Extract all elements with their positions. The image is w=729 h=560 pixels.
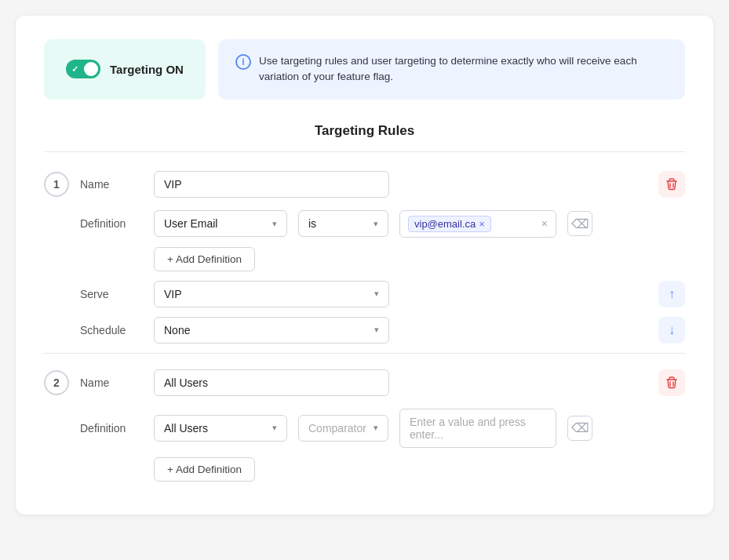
rule-1-move-up-button[interactable]: ↑ [658,281,685,307]
top-section: ✓ Targeting ON i Use targeting rules and… [44,39,685,100]
up-arrow-icon: ↑ [669,287,675,301]
rule-1-schedule-label: Schedule [80,324,143,336]
rule-2-delete-button[interactable] [658,369,685,396]
rule-2-placeholder-text: Enter a value and press enter... [410,416,526,441]
rule-1-comparator-value: is [308,217,316,230]
rule-1-serve-row: Serve VIP ▾ ↑ [44,281,685,307]
toggle-box: ✓ Targeting ON [44,39,206,100]
info-text: Use targeting rules and user targeting t… [259,53,668,85]
toggle-check-icon: ✓ [71,64,78,75]
delete-icon [665,178,678,191]
rule-1-schedule-select[interactable]: None ▾ [154,317,389,344]
rule-2-value-input[interactable]: Enter a value and press enter... [399,409,556,448]
rule-1-comp-chevron-icon: ▾ [374,219,378,229]
rule-1-number: 1 [44,172,69,197]
backspace-icon-2: ⌫ [571,420,589,435]
rule-1-name-input[interactable] [154,171,389,198]
rule-1-add-def-row: + Add Definition [44,247,685,271]
rule-2-number: 2 [44,370,69,395]
rule-1-tag-remove-button[interactable]: × [479,219,485,229]
rule-2-name-row: 2 Name [44,369,685,396]
rule-2-add-def-row: + Add Definition [44,457,685,482]
info-box: i Use targeting rules and user targeting… [218,39,685,100]
rule-1-serve-value: VIP [164,288,182,300]
rule-1-tag-input[interactable]: vip@email.ca × × [399,210,556,238]
rule-block-2: 2 Name Definition All Users ▾ Comparator… [44,353,685,482]
rule-2-definition-row: Definition All Users ▾ Comparator ▾ Ente… [44,409,685,448]
rule-1-def-chevron-icon: ▾ [272,219,277,229]
rule-2-def-chevron-icon: ▾ [272,423,277,433]
rule-1-comparator-select[interactable]: is ▾ [298,210,388,237]
rule-1-name-label: Name [80,178,143,191]
rule-1-add-definition-button[interactable]: + Add Definition [154,247,255,271]
rule-2-definition-select[interactable]: All Users ▾ [154,415,287,442]
rule-2-def-label: Definition [80,422,143,435]
rule-1-definition-value: User Email [164,217,217,230]
rule-2-comp-chevron-icon: ▾ [374,423,378,433]
rule-2-comparator-select[interactable]: Comparator ▾ [298,415,388,442]
rule-1-tag-value: vip@email.ca [414,218,476,230]
rule-1-move-down-button[interactable]: ↓ [658,317,685,344]
info-icon: i [235,54,251,70]
main-card: ✓ Targeting ON i Use targeting rules and… [16,16,713,515]
rule-1-schedule-row: Schedule None ▾ ↓ [44,317,685,344]
rule-1-name-row: 1 Name [44,171,685,198]
backspace-icon: ⌫ [571,216,589,231]
down-arrow-icon: ↓ [669,323,675,337]
rule-2-add-definition-button[interactable]: + Add Definition [154,457,255,482]
rule-2-right-actions [658,369,685,396]
rule-1-schedule-value: None [164,324,190,336]
section-title: Targeting Rules [44,123,685,152]
rule-1-definition-select[interactable]: User Email ▾ [154,210,287,237]
toggle-label: Targeting ON [110,63,184,76]
rule-1-right-actions [658,171,685,198]
rule-block-1: 1 Name Definition User Email ▾ is ▾ [44,171,685,344]
rule-1-backspace-button[interactable]: ⌫ [567,211,592,236]
delete-icon-2 [665,376,678,389]
rule-1-sched-chevron-icon: ▾ [374,325,379,335]
rule-2-name-input[interactable] [154,369,389,396]
rule-1-definition-row: Definition User Email ▾ is ▾ vip@email.c… [44,210,685,238]
rule-2-name-label: Name [80,376,143,389]
targeting-toggle[interactable]: ✓ [66,60,100,78]
rule-1-tag: vip@email.ca × [408,216,491,232]
rule-1-serve-chevron-icon: ▾ [374,289,379,299]
rule-1-serve-label: Serve [80,288,143,300]
rule-1-def-label: Definition [80,217,143,230]
rule-1-tag-clear-button[interactable]: × [541,217,548,230]
rule-1-delete-button[interactable] [658,171,685,198]
rule-2-comparator-value: Comparator [308,422,366,435]
rule-1-serve-select[interactable]: VIP ▾ [154,281,389,307]
rule-2-backspace-button[interactable]: ⌫ [567,416,592,441]
rule-2-definition-value: All Users [164,422,208,435]
